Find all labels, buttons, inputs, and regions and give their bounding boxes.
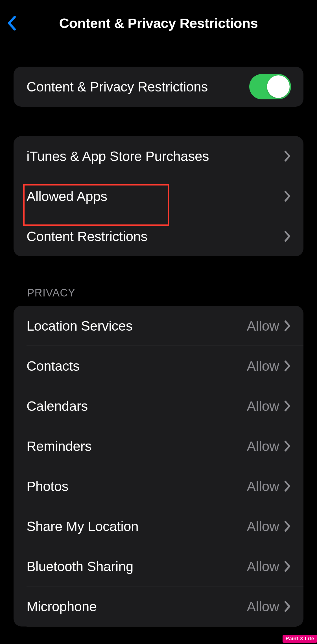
row-value: Allow bbox=[247, 559, 279, 574]
chevron-left-icon bbox=[7, 16, 17, 30]
row-label: Photos bbox=[27, 479, 68, 494]
reminders-row[interactable]: Reminders Allow bbox=[14, 426, 303, 466]
back-button[interactable] bbox=[3, 15, 20, 32]
chevron-right-icon bbox=[284, 440, 291, 452]
restrictions-section: iTunes & App Store Purchases Allowed App… bbox=[14, 136, 303, 256]
photos-row[interactable]: Photos Allow bbox=[14, 466, 303, 506]
calendars-row[interactable]: Calendars Allow bbox=[14, 386, 303, 426]
bluetooth-sharing-row[interactable]: Bluetooth Sharing Allow bbox=[14, 546, 303, 586]
row-label: iTunes & App Store Purchases bbox=[27, 149, 209, 164]
row-label: Allowed Apps bbox=[27, 189, 107, 204]
toggle-knob bbox=[267, 75, 290, 98]
chevron-right-icon bbox=[284, 191, 291, 202]
itunes-app-store-row[interactable]: iTunes & App Store Purchases bbox=[14, 136, 303, 176]
watermark-badge: Paint X Lite bbox=[283, 635, 317, 643]
row-label: Location Services bbox=[27, 318, 132, 334]
row-label: Calendars bbox=[27, 398, 88, 414]
row-value: Allow bbox=[247, 358, 279, 374]
row-label: Share My Location bbox=[27, 519, 139, 534]
privacy-section: Location Services Allow Contacts Allow C… bbox=[14, 306, 303, 626]
row-label: Reminders bbox=[27, 438, 91, 454]
row-label: Bluetooth Sharing bbox=[27, 559, 133, 574]
microphone-row[interactable]: Microphone Allow bbox=[14, 586, 303, 626]
chevron-right-icon bbox=[284, 561, 291, 572]
chevron-right-icon bbox=[284, 360, 291, 372]
row-value: Allow bbox=[247, 599, 279, 614]
row-label: Contacts bbox=[27, 358, 80, 374]
chevron-right-icon bbox=[284, 521, 291, 532]
content-privacy-toggle-row[interactable]: Content & Privacy Restrictions bbox=[14, 67, 303, 107]
privacy-section-header: PRIVACY bbox=[14, 287, 303, 306]
content-restrictions-row[interactable]: Content Restrictions bbox=[14, 216, 303, 256]
chevron-right-icon bbox=[284, 400, 291, 412]
chevron-right-icon bbox=[284, 231, 291, 242]
row-value: Allow bbox=[247, 479, 279, 494]
toggle-label: Content & Privacy Restrictions bbox=[27, 79, 208, 95]
chevron-right-icon bbox=[284, 481, 291, 492]
row-value: Allow bbox=[247, 398, 279, 414]
chevron-right-icon bbox=[284, 320, 291, 331]
row-label: Content Restrictions bbox=[27, 229, 147, 244]
row-value: Allow bbox=[247, 519, 279, 534]
location-services-row[interactable]: Location Services Allow bbox=[14, 306, 303, 346]
contacts-row[interactable]: Contacts Allow bbox=[14, 346, 303, 386]
main-toggle-section: Content & Privacy Restrictions bbox=[14, 67, 303, 107]
chevron-right-icon bbox=[284, 150, 291, 162]
nav-bar: Content & Privacy Restrictions bbox=[0, 11, 317, 36]
row-value: Allow bbox=[247, 318, 279, 334]
share-my-location-row[interactable]: Share My Location Allow bbox=[14, 506, 303, 546]
row-label: Microphone bbox=[27, 599, 97, 614]
content-privacy-toggle[interactable] bbox=[249, 74, 291, 99]
allowed-apps-row[interactable]: Allowed Apps bbox=[14, 176, 303, 216]
row-value: Allow bbox=[247, 438, 279, 454]
chevron-right-icon bbox=[284, 601, 291, 612]
page-title: Content & Privacy Restrictions bbox=[0, 15, 317, 31]
